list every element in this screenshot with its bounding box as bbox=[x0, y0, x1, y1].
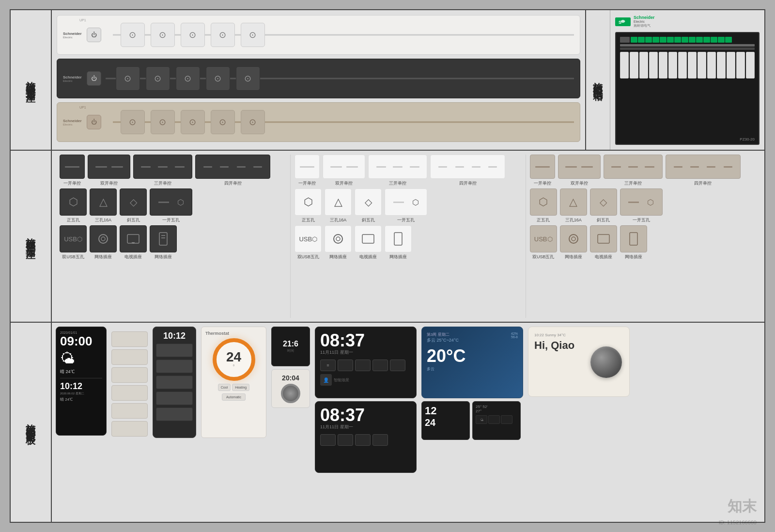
btn-strip-3[interactable] bbox=[111, 367, 148, 383]
socket-module-d3[interactable]: ⊙ bbox=[176, 66, 200, 91]
socket-module-w3[interactable]: ⊙ bbox=[181, 23, 205, 47]
spec-dark-1: USB⬡ 双USB五孔 bbox=[60, 225, 87, 260]
svg-point-15 bbox=[572, 237, 575, 241]
switch-col-white: 一开单控 双开单控 bbox=[291, 155, 526, 318]
sock-white-4: ⬡ 一开五孔 bbox=[385, 188, 427, 223]
sw-beige-3: 三开单控 bbox=[604, 155, 663, 187]
mini-panel-circle[interactable]: 20:04 bbox=[271, 369, 310, 408]
ctrl-btn-1[interactable]: ≡ bbox=[320, 360, 336, 371]
btn-strip-2[interactable] bbox=[111, 349, 148, 365]
socket-module-d4[interactable]: ⊙ bbox=[206, 66, 230, 91]
track-power-btn-beige[interactable]: ⏻ bbox=[87, 115, 101, 129]
watermark-id: ID: 1152166660 bbox=[719, 519, 757, 525]
dark-btn-5[interactable] bbox=[156, 407, 193, 421]
mini-panels-col: 21:6 时间 20:04 bbox=[271, 327, 310, 408]
svg-point-14 bbox=[569, 235, 578, 243]
panel-vertical-touch[interactable]: 2020/01/01 09:00 🌤 晴 24℃ 10:12 2020.06.0… bbox=[56, 327, 107, 436]
switch-col-beige: 一开单控 双开单控 bbox=[526, 155, 760, 318]
sw-white-4: 四开单控 bbox=[430, 155, 505, 187]
sw-dark-2: 双开单控 bbox=[88, 155, 130, 187]
switch-col-dark: 一开单控 双开单控 bbox=[56, 155, 291, 318]
socket-module-d5[interactable]: ⊙ bbox=[236, 66, 260, 91]
track-dark: Schneider Electric ⏻ ⊙ ⊙ ⊙ ⊙ ⊙ bbox=[57, 59, 580, 98]
ctrl-btn-person[interactable]: 👤 bbox=[320, 374, 332, 386]
socket-module-d1[interactable]: ⊙ bbox=[116, 66, 140, 91]
socket-module-b1[interactable]: ⊙ bbox=[121, 110, 145, 134]
dark-btn-1[interactable] bbox=[156, 344, 193, 357]
ctrl-btn-6[interactable] bbox=[320, 434, 336, 446]
sw-beige-4: 四开单控 bbox=[666, 155, 741, 187]
panel-dark-v2[interactable]: 10:12 bbox=[153, 327, 196, 438]
watermark-zhimo: 知末 bbox=[728, 497, 757, 516]
sock-white-2: △ 三孔16A bbox=[325, 188, 352, 223]
ctrl-btn-5[interactable] bbox=[390, 360, 405, 371]
svg-point-3 bbox=[101, 237, 105, 241]
dial-knob[interactable] bbox=[590, 346, 622, 378]
socket-module-w2[interactable]: ⊙ bbox=[151, 23, 175, 47]
thermo-heat-btn[interactable]: Heating bbox=[232, 384, 249, 391]
svg-point-2 bbox=[99, 235, 108, 243]
socket-module-w4[interactable]: ⊙ bbox=[211, 23, 235, 47]
ctrl-btn-8[interactable] bbox=[355, 434, 371, 446]
smart-panels-content: 2020/01/01 09:00 🌤 晴 24℃ 10:12 2020.06.0… bbox=[52, 323, 764, 522]
track-power-btn-white[interactable]: ⏻ bbox=[87, 28, 101, 42]
sw-beige-2: 双开单控 bbox=[558, 155, 601, 187]
panel-weather-display: 第3周 星期二 多云 25°C~24°C 42% 56-8 20°C 多云 bbox=[421, 327, 523, 440]
svg-text:S: S bbox=[619, 20, 621, 25]
track-white: UP1 Schneider Electric ⏻ ⊙ ⊙ ⊙ ⊙ ⊙ bbox=[57, 15, 580, 55]
ctrl-btn-3[interactable] bbox=[355, 360, 371, 371]
dark-btn-3[interactable] bbox=[156, 376, 193, 389]
btn-strip-4[interactable] bbox=[111, 385, 148, 401]
sock-beige-1: ⬡ 正五孔 bbox=[530, 188, 557, 223]
track-beige: UP1 Schneider Electric ⏻ ⊙ ⊙ ⊙ ⊙ ⊙ bbox=[57, 102, 580, 142]
label-dist-box: 施耐德配电箱 bbox=[586, 10, 610, 150]
switches-content: 一开单控 双开单控 bbox=[52, 151, 764, 323]
ctrl-btn-9[interactable] bbox=[372, 434, 388, 446]
svg-rect-13 bbox=[394, 233, 402, 245]
panel-button-strips bbox=[111, 331, 148, 437]
panel-small-info-1[interactable]: 12 24 bbox=[421, 401, 470, 440]
sock-dark-1: ⬡ 正五孔 bbox=[60, 188, 87, 223]
socket-module-b4[interactable]: ⊙ bbox=[211, 110, 235, 134]
track-sockets-content: UP1 Schneider Electric ⏻ ⊙ ⊙ ⊙ ⊙ ⊙ bbox=[52, 10, 764, 151]
btn-strip-1[interactable] bbox=[111, 331, 148, 347]
thermo-auto-btn[interactable]: Automatic bbox=[222, 393, 246, 401]
panel-large-display-1: 08:37 11月11日 星期一 ≡ 👤 智能场景 08: bbox=[315, 327, 417, 473]
spec-dark-3: 电视插座 bbox=[120, 225, 147, 260]
svg-rect-16 bbox=[598, 235, 609, 243]
socket-module-w5[interactable]: ⊙ bbox=[241, 23, 265, 47]
svg-point-10 bbox=[334, 235, 342, 243]
ctrl-btn-7[interactable] bbox=[338, 434, 353, 446]
label-track-sockets: 施耐德轨道插座 bbox=[11, 10, 52, 151]
socket-module-d2[interactable]: ⊙ bbox=[146, 66, 170, 91]
ctrl-btn-2[interactable] bbox=[338, 360, 353, 371]
svg-point-11 bbox=[336, 237, 340, 241]
socket-module-b3[interactable]: ⊙ bbox=[181, 110, 205, 134]
dark-btn-4[interactable] bbox=[156, 391, 193, 405]
spec-beige-4: 网络插座 bbox=[620, 225, 647, 260]
svg-rect-17 bbox=[630, 233, 637, 245]
spec-white-4: 网络插座 bbox=[385, 225, 412, 260]
mini-panel-time1[interactable]: 21:6 时间 bbox=[271, 327, 310, 366]
dist-box-visual: PZ30-20 bbox=[615, 32, 760, 145]
panel-weather[interactable]: 第3周 星期二 多云 25°C~24°C 42% 56-8 20°C 多云 bbox=[421, 327, 523, 398]
sock-beige-4: ⬡ 一开五孔 bbox=[620, 188, 663, 223]
dark-btn-2[interactable] bbox=[156, 360, 193, 373]
label-smart-panels: 施耐德智能面板 bbox=[11, 323, 52, 522]
thermo-cool-btn[interactable]: Cool bbox=[218, 384, 231, 391]
socket-module-b5[interactable]: ⊙ bbox=[241, 110, 265, 134]
btn-strip-6[interactable] bbox=[111, 421, 148, 437]
panel-hi-qiao[interactable]: 10:22 Sunny 34°C Hi, Qiao bbox=[528, 327, 630, 397]
btn-strip-5[interactable] bbox=[111, 403, 148, 419]
track-power-btn-dark[interactable]: ⏻ bbox=[87, 71, 101, 86]
socket-module-w1[interactable]: ⊙ bbox=[121, 23, 145, 47]
panel-time-display-1[interactable]: 08:37 11月11日 星期一 ≡ 👤 智能场景 bbox=[315, 327, 417, 398]
panel-thermostat[interactable]: Thermostat 24 ° Cool Heating Automatic bbox=[201, 327, 266, 438]
panel-time-display-2[interactable]: 08:37 11月11日 星期一 bbox=[315, 401, 417, 473]
sw-dark-1: 一开单控 bbox=[60, 155, 85, 187]
panel-small-info-2[interactable]: 25° 52' 27° 🌤 bbox=[472, 401, 521, 440]
spec-beige-2: 网络插座 bbox=[560, 225, 587, 260]
ctrl-btn-4[interactable] bbox=[372, 360, 388, 371]
sock-beige-2: △ 三孔16A bbox=[560, 188, 587, 223]
socket-module-b2[interactable]: ⊙ bbox=[151, 110, 175, 134]
